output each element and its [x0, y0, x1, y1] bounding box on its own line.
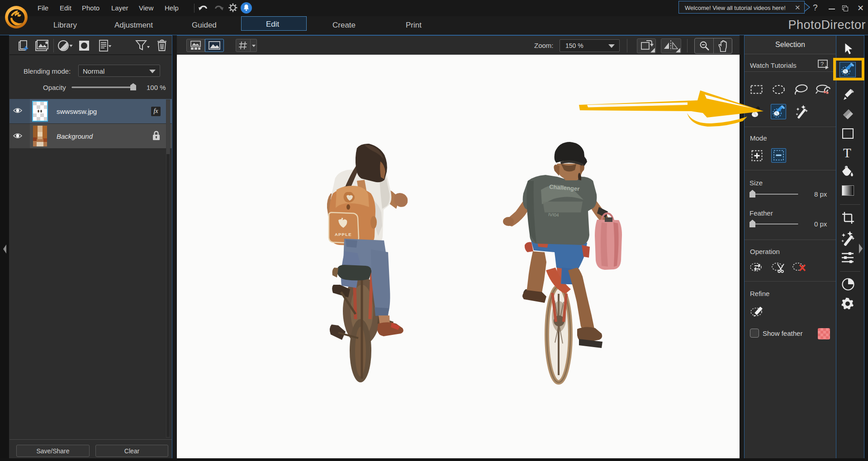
svg-text:APPLE: APPLE [335, 232, 352, 237]
svg-text:IVI04: IVI04 [548, 212, 559, 217]
svg-text:?: ? [821, 61, 824, 67]
